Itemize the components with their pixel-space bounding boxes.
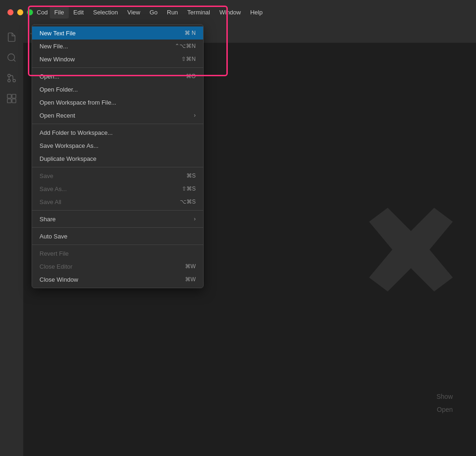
menu-item-open-recent[interactable]: Open Recent› [32,109,203,122]
svg-point-2 [13,79,16,82]
menu-separator [32,167,203,167]
menu-item-revert-file: Revert File [32,247,203,260]
menu-selection[interactable]: Selection [88,6,122,19]
menu-separator [32,210,203,211]
menu-item-label: Open Folder... [40,86,196,93]
sidebar-icon-explorer[interactable] [2,28,21,46]
svg-point-0 [8,54,15,61]
menu-help[interactable]: Help [245,6,267,19]
menu-item-label: Add Folder to Workspace... [40,129,196,136]
menu-item-close-window[interactable]: Close Window⌘W [32,273,203,286]
sidebar-icon-search[interactable] [2,48,21,67]
svg-rect-5 [7,94,11,98]
menu-shortcut: ⇧⌘S [182,185,196,192]
menu-shortcut: ⌥⌘S [180,198,196,205]
menu-shortcut: ⌘S [186,172,196,179]
sidebar [0,24,23,456]
vscode-logo [364,203,457,296]
menu-shortcut: ⌃⌥⌘N [175,43,196,49]
menu-shortcut: ⇧⌘N [181,56,196,62]
menu-item-close-editor: Close Editor⌘W [32,260,203,273]
menu-file[interactable]: File [50,6,69,19]
menu-item-open-workspace[interactable]: Open Workspace from File... [32,96,203,109]
menu-item-label: New Text File [40,30,185,37]
menu-item-label: Open... [40,73,186,80]
menu-item-save-as: Save As...⇧⌘S [32,182,203,195]
bottom-right-text: Show Open [436,393,453,419]
menu-shortcut: ⌘ N [185,30,196,36]
sidebar-icon-extensions[interactable] [2,89,21,108]
submenu-arrow-icon: › [194,216,196,222]
menu-item-label: Share [40,216,194,223]
menu-item-label: New Window [40,56,181,63]
menu-item-label: Close Editor [40,263,185,270]
menu-shortcut: ⌘W [185,276,196,283]
menu-item-new-file[interactable]: New File...⌃⌥⌘N [32,40,203,53]
svg-point-3 [8,74,11,77]
svg-rect-6 [12,94,16,98]
menu-item-save-all: Save All⌥⌘S [32,195,203,208]
app-name: Cod [37,9,48,16]
menu-separator [32,245,203,245]
minimize-button[interactable] [17,9,23,15]
maximize-button[interactable] [27,9,33,15]
menu-separator [32,124,203,124]
menu-item-label: Save Workspace As... [40,142,196,149]
menu-shortcut: ⌘W [185,263,196,270]
menu-item-new-window[interactable]: New Window⇧⌘N [32,53,203,66]
menu-item-label: Save [40,172,186,179]
menu-item-share[interactable]: Share› [32,212,203,225]
menu-item-auto-save[interactable]: Auto Save [32,230,203,243]
submenu-arrow-icon: › [194,112,196,119]
menu-item-label: Open Workspace from File... [40,99,196,106]
menu-item-save-workspace-as[interactable]: Save Workspace As... [32,139,203,152]
traffic-lights [0,9,33,15]
menu-item-add-folder[interactable]: Add Folder to Workspace... [32,126,203,139]
menu-separator [32,227,203,228]
menu-item-save: Save⌘S [32,169,203,182]
menu-run[interactable]: Run [162,6,183,19]
svg-rect-8 [12,99,16,103]
menu-item-new-text-file[interactable]: New Text File⌘ N [32,26,203,40]
menu-bar: FileEditSelectionViewGoRunTerminalWindow… [50,6,267,19]
menu-item-duplicate-workspace[interactable]: Duplicate Workspace [32,152,203,165]
menu-window[interactable]: Window [215,6,245,19]
menu-item-open[interactable]: Open...⌘O [32,70,203,83]
menu-item-label: New File... [40,43,175,50]
file-dropdown-menu: New Text File⌘ NNew File...⌃⌥⌘NNew Windo… [32,24,204,288]
svg-line-1 [13,59,15,61]
close-button[interactable] [7,9,13,15]
menu-item-label: Revert File [40,250,196,257]
svg-rect-7 [7,99,11,103]
title-bar: Cod FileEditSelectionViewGoRunTerminalWi… [0,0,476,24]
menu-view[interactable]: View [123,6,145,19]
open-label: Open [436,406,453,413]
svg-point-4 [8,79,11,82]
menu-go[interactable]: Go [145,6,162,19]
sidebar-icon-git[interactable] [2,69,21,87]
menu-item-label: Open Recent [40,112,194,119]
show-label: Show [436,393,453,400]
menu-shortcut: ⌘O [186,73,196,79]
menu-separator [32,67,203,68]
menu-item-label: Auto Save [40,233,196,240]
menu-item-label: Close Window [40,276,185,283]
menu-item-label: Save All [40,198,180,205]
menu-terminal[interactable]: Terminal [183,6,215,19]
menu-item-open-folder[interactable]: Open Folder... [32,83,203,96]
menu-item-label: Duplicate Workspace [40,155,196,162]
menu-item-label: Save As... [40,185,182,192]
menu-edit[interactable]: Edit [69,6,88,19]
